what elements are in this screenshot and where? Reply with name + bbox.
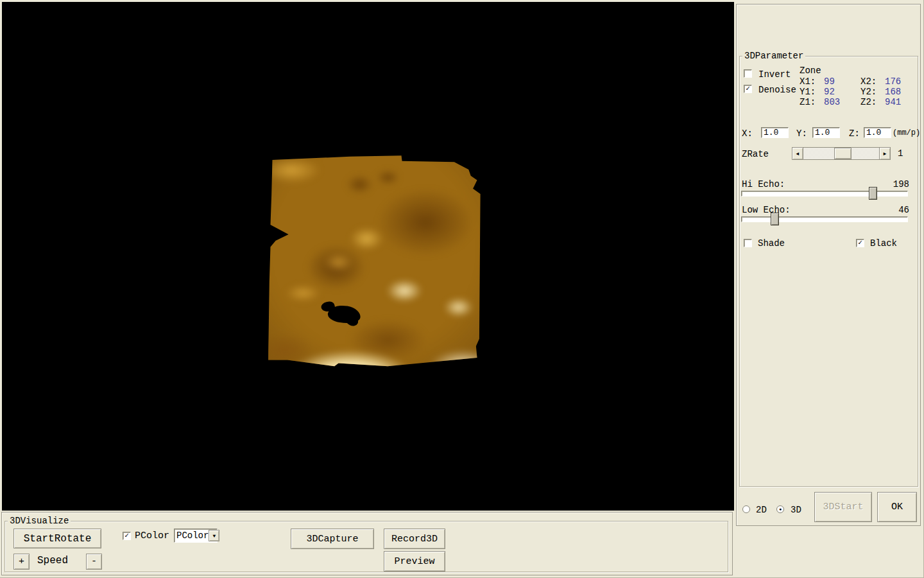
parameter-group-title: 3DParameter bbox=[742, 51, 805, 61]
invert-checkbox[interactable] bbox=[744, 69, 752, 78]
zrate-right-arrow-icon[interactable]: ► bbox=[879, 147, 891, 160]
mode-2d-radio[interactable] bbox=[742, 505, 750, 513]
scale-z-input[interactable] bbox=[864, 127, 891, 138]
low-echo-thumb[interactable] bbox=[771, 213, 779, 225]
zone-z2-value: 941 bbox=[885, 97, 901, 107]
speed-plus-button[interactable]: + bbox=[13, 554, 30, 570]
zone-y1-label: Y1: bbox=[800, 87, 816, 97]
zone-x1-label: X1: bbox=[800, 76, 816, 87]
scale-unit-label: (mm/p) bbox=[893, 128, 920, 138]
hi-echo-value: 198 bbox=[893, 179, 909, 189]
shade-label: Shade bbox=[758, 238, 785, 249]
low-echo-label: Low Echo: bbox=[742, 205, 791, 215]
denoise-label: Denoise bbox=[758, 85, 796, 95]
scale-y-label: Y: bbox=[796, 128, 807, 139]
start-rotate-button[interactable]: StartRotate bbox=[13, 529, 101, 548]
zrate-label: ZRate bbox=[742, 149, 769, 159]
mode-2d-label: 2D bbox=[756, 505, 767, 515]
zone-y1-value: 92 bbox=[824, 87, 835, 97]
render-texture bbox=[265, 151, 483, 369]
pcolor-dropdown[interactable]: PColor ▼ bbox=[174, 529, 218, 543]
zone-z1-label: Z1: bbox=[800, 97, 816, 107]
ok-button[interactable]: OK bbox=[877, 492, 917, 522]
speed-minus-button[interactable]: - bbox=[86, 554, 102, 570]
mode-3d-label: 3D bbox=[791, 505, 801, 515]
capture-3d-button[interactable]: 3DCapture bbox=[291, 529, 374, 549]
scale-y-input[interactable] bbox=[812, 127, 840, 138]
mode-3d-radio[interactable]: ● bbox=[776, 505, 784, 513]
zrate-value: 1 bbox=[898, 148, 903, 159]
chevron-down-icon[interactable]: ▼ bbox=[209, 530, 219, 541]
denoise-checkbox[interactable]: ✓ bbox=[744, 85, 752, 93]
low-echo-value: 46 bbox=[898, 205, 909, 215]
preview-button[interactable]: Preview bbox=[384, 551, 445, 572]
parameter-groupbox: 3DParameter bbox=[739, 56, 918, 487]
ultrasound-3d-render[interactable] bbox=[265, 151, 483, 369]
zrate-left-arrow-icon[interactable]: ◄ bbox=[792, 147, 803, 160]
invert-label: Invert bbox=[758, 69, 791, 80]
zone-z2-label: Z2: bbox=[860, 97, 877, 107]
record-3d-button[interactable]: Record3D bbox=[384, 529, 445, 549]
hi-echo-slider[interactable] bbox=[741, 191, 908, 197]
speed-label: Speed bbox=[37, 556, 68, 566]
zone-x2-value: 176 bbox=[885, 76, 901, 87]
pcolor-dropdown-value: PColor bbox=[175, 530, 209, 541]
black-label: Black bbox=[870, 238, 897, 249]
visualize-bar: 3DVisualize StartRotate + Speed - ✓ PCol… bbox=[1, 512, 733, 575]
shade-checkbox[interactable] bbox=[744, 239, 752, 247]
parameter-dialog: 3DParameter Invert ✓ Denoise Zone X1: 99… bbox=[736, 4, 921, 526]
hi-echo-thumb[interactable] bbox=[869, 187, 877, 200]
scale-z-label: Z: bbox=[849, 128, 860, 139]
zone-label: Zone bbox=[800, 66, 821, 76]
scale-x-input[interactable] bbox=[761, 127, 789, 138]
zone-y2-label: Y2: bbox=[860, 87, 877, 97]
zone-x2-label: X2: bbox=[860, 76, 877, 87]
render-viewport[interactable] bbox=[2, 2, 734, 511]
hi-echo-label: Hi Echo: bbox=[742, 179, 785, 189]
zone-y2-value: 168 bbox=[885, 87, 901, 97]
scale-x-label: X: bbox=[742, 128, 753, 139]
zrate-track[interactable] bbox=[803, 147, 879, 160]
pcolor-checkbox[interactable]: ✓ bbox=[123, 532, 131, 540]
zone-z1-value: 803 bbox=[824, 97, 840, 107]
zrate-scrollbar: ◄ ► bbox=[792, 147, 891, 160]
start-3d-button[interactable]: 3DStart bbox=[814, 492, 872, 522]
zrate-thumb[interactable] bbox=[834, 148, 851, 159]
black-checkbox[interactable]: ✓ bbox=[856, 239, 864, 247]
low-echo-slider[interactable] bbox=[741, 216, 908, 222]
visualize-group-title: 3DVisualize bbox=[8, 516, 71, 526]
pcolor-label: PColor bbox=[135, 531, 169, 541]
zone-x1-value: 99 bbox=[824, 76, 835, 87]
